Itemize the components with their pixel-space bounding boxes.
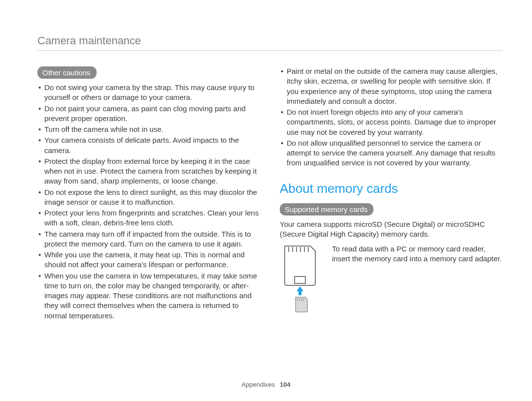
page-title: Camera maintenance xyxy=(37,34,502,47)
adapter-instruction-text: To read data with a PC or memory card re… xyxy=(332,244,502,264)
list-item: Do not paint your camera, as paint can c… xyxy=(37,104,260,124)
section-heading-about-memory-cards: About memory cards xyxy=(280,181,502,196)
list-item: When you use the camera in low temperatu… xyxy=(37,271,260,321)
list-item: The camera may turn off if impacted from… xyxy=(37,229,260,249)
sd-adapter-figure xyxy=(280,244,323,315)
list-item: Do not insert foreign objects into any o… xyxy=(280,107,502,137)
other-cautions-list: Do not swing your camera by the strap. T… xyxy=(37,83,260,321)
left-column: Other cautions Do not swing your camera … xyxy=(37,66,260,322)
header-divider xyxy=(37,50,502,51)
list-item: Do not allow unqualified personnel to se… xyxy=(280,138,502,168)
list-item: Turn off the camera while not in use. xyxy=(37,124,260,134)
adapter-illustration-row: To read data with a PC or memory card re… xyxy=(280,244,502,315)
pill-other-cautions: Other cautions xyxy=(37,66,97,79)
list-item: Do not expose the lens to direct sunligh… xyxy=(37,187,260,208)
list-item: Protect your lens from fingerprints and … xyxy=(37,208,260,228)
svg-rect-6 xyxy=(295,277,305,283)
two-column-layout: Other cautions Do not swing your camera … xyxy=(37,66,502,322)
sd-adapter-icon xyxy=(280,244,323,313)
pill-supported-memory-cards: Supported memory cards xyxy=(280,203,373,216)
list-item: Your camera consists of delicate parts. … xyxy=(37,135,260,155)
supported-cards-intro: Your camera supports microSD (Secure Dig… xyxy=(280,219,502,240)
arrow-up-icon xyxy=(297,286,303,295)
list-item: Protect the display from external force … xyxy=(37,156,260,186)
footer-page-number: 104 xyxy=(280,381,291,388)
continued-cautions-list: Paint or metal on the outside of the cam… xyxy=(280,66,502,168)
manual-page: Camera maintenance Other cautions Do not… xyxy=(0,0,532,401)
footer-section-label: Appendixes xyxy=(241,381,275,388)
micro-sd-icon xyxy=(296,297,307,312)
list-item: Paint or metal on the outside of the cam… xyxy=(280,66,502,106)
right-column: Paint or metal on the outside of the cam… xyxy=(280,66,502,322)
list-item: While you use the camera, it may heat up… xyxy=(37,250,260,270)
page-footer: Appendixes 104 xyxy=(0,381,532,388)
list-item: Do not swing your camera by the strap. T… xyxy=(37,83,260,103)
